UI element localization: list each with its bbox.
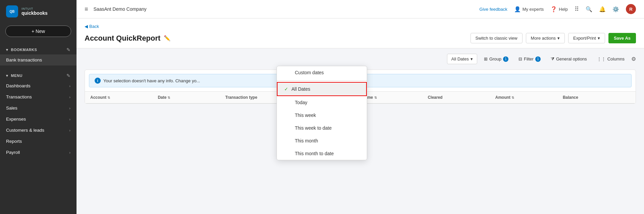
sidebar-item-payroll[interactable]: Payroll ›	[0, 147, 77, 158]
general-options-button[interactable]: ⧩ General options	[547, 54, 590, 64]
bell-icon[interactable]: 🔔	[599, 6, 606, 12]
dropdown-item-custom-dates[interactable]: Custom dates	[277, 66, 367, 79]
group-icon: ⊞	[484, 56, 488, 61]
avatar[interactable]: R	[626, 4, 636, 14]
my-experts-label: My experts	[523, 7, 544, 12]
all-dates-label: All Dates	[451, 56, 469, 61]
hamburger-icon[interactable]: ≡	[85, 6, 88, 13]
th-amount[interactable]: Amount⇅	[495, 95, 563, 100]
logo-text: intuit quickbooks	[21, 7, 48, 16]
page-header: ◀ Back Account QuickReport ✏️ Switch to …	[77, 18, 644, 48]
search-icon[interactable]: 🔍	[586, 6, 592, 12]
dropdown-item-this-week-to-date[interactable]: This week to date	[277, 122, 367, 134]
bookmarks-label: BOOKMARKS	[11, 48, 37, 52]
sort-icon: ⇅	[511, 96, 514, 99]
menu-item-label: Customers & leads	[6, 128, 44, 133]
chevron-right-icon: ›	[69, 84, 70, 88]
person-icon: 👤	[514, 6, 521, 12]
sidebar-item-sales[interactable]: Sales ›	[0, 102, 77, 114]
export-print-button[interactable]: Export/Print ▾	[568, 33, 605, 43]
filter-icon: ⊟	[518, 56, 522, 61]
help-label: Help	[559, 7, 568, 12]
sidebar-item-customers-&-leads[interactable]: Customers & leads ›	[0, 125, 77, 136]
th-cleared: Cleared	[428, 95, 495, 100]
back-label: Back	[89, 24, 99, 29]
content-area: All Dates ▾ ⊞ Group 1 ⊟ Filter 1 ⧩ Gener…	[77, 48, 644, 214]
help-nav[interactable]: ❓ Help	[550, 6, 568, 12]
bookmarks-edit-icon[interactable]: ✎	[66, 47, 70, 52]
switch-classic-button[interactable]: Switch to classic view	[470, 33, 523, 43]
new-button[interactable]: + New	[5, 26, 71, 37]
all-dates-dropdown[interactable]: All Dates ▾	[447, 54, 477, 64]
menu-edit-icon[interactable]: ✎	[66, 73, 70, 78]
main-content: ≡ SaasAnt Demo Company Give feedback 👤 M…	[77, 0, 644, 214]
quickbooks-label: quickbooks	[21, 10, 48, 16]
sort-icon: ⇅	[107, 96, 110, 99]
settings-icon[interactable]: ⚙	[631, 56, 636, 62]
dropdown-item-today[interactable]: Today	[277, 96, 367, 109]
info-icon: i	[95, 78, 101, 84]
group-button[interactable]: ⊞ Group 1	[481, 54, 512, 64]
chevron-right-icon: ›	[69, 151, 70, 155]
columns-label: Columns	[607, 56, 625, 61]
company-name: SaasAnt Demo Company	[94, 6, 147, 12]
header-actions: Switch to classic view More actions ▾ Ex…	[470, 33, 636, 43]
chevron-down-icon: ▾	[470, 56, 473, 61]
group-badge: 1	[503, 56, 508, 62]
filter-button[interactable]: ⊟ Filter 1	[515, 54, 544, 64]
menu-item-label: Payroll	[6, 150, 20, 155]
columns-button[interactable]: ⋮⋮ Columns	[594, 54, 628, 64]
sidebar: QB intuit quickbooks + New ▾ BOOKMARKS ✎…	[0, 0, 77, 214]
sidebar-item-dashboards[interactable]: Dashboards ›	[0, 80, 77, 91]
page-title: Account QuickReport ✏️	[85, 34, 170, 43]
give-feedback-link[interactable]: Give feedback	[480, 7, 507, 12]
dropdown-item-all-dates[interactable]: ✓All Dates	[277, 82, 367, 96]
dropdown-item-this-month-to-date[interactable]: This month to date	[277, 147, 367, 160]
columns-icon: ⋮⋮	[597, 56, 606, 61]
top-nav-left: ≡ SaasAnt Demo Company	[85, 6, 146, 13]
gear-icon[interactable]: ⚙️	[612, 6, 619, 12]
sort-icon: ⇅	[374, 96, 377, 99]
check-icon: ✓	[284, 86, 288, 92]
menu-header[interactable]: ▾ MENU ✎	[0, 71, 77, 80]
bookmarks-header[interactable]: ▾ BOOKMARKS ✎	[0, 45, 77, 54]
th-l-name[interactable]: l name⇅	[360, 95, 428, 100]
filter-label: Filter	[524, 56, 534, 61]
dropdown-item-this-month[interactable]: This month	[277, 134, 367, 147]
chevron-right-icon: ›	[69, 117, 70, 121]
sidebar-item-expenses[interactable]: Expenses ›	[0, 114, 77, 125]
sort-icon: ⇅	[167, 96, 170, 99]
back-button[interactable]: ◀ Back	[85, 24, 636, 29]
sidebar-item-bank-transactions[interactable]: Bank transactions	[0, 54, 77, 66]
apps-icon[interactable]: ⠿	[575, 5, 579, 13]
th-account[interactable]: Account⇅	[90, 95, 158, 100]
sidebar-item-transactions[interactable]: Transactions ›	[0, 91, 77, 102]
my-experts-nav[interactable]: 👤 My experts	[514, 6, 544, 12]
title-edit-icon[interactable]: ✏️	[164, 35, 170, 41]
save-as-button[interactable]: Save As	[608, 33, 636, 43]
menu-item-label: Transactions	[6, 94, 32, 99]
group-label: Group	[489, 56, 501, 61]
sidebar-item-reports[interactable]: Reports	[0, 136, 77, 147]
dropdown-item-this-week[interactable]: This week	[277, 109, 367, 122]
filter-badge: 1	[535, 56, 541, 62]
filter-bar: All Dates ▾ ⊞ Group 1 ⊟ Filter 1 ⧩ Gener…	[85, 54, 636, 64]
more-actions-button[interactable]: More actions ▾	[526, 33, 565, 43]
bank-transactions-label: Bank transactions	[6, 57, 42, 62]
help-icon: ❓	[550, 6, 557, 12]
intuit-logo-icon: QB	[6, 5, 18, 17]
th-balance: Balance	[563, 95, 630, 100]
chevron-down-icon: ▾	[6, 74, 8, 78]
menu-item-label: Reports	[6, 139, 22, 144]
sliders-icon: ⧩	[551, 56, 554, 62]
chevron-down-icon: ▾	[598, 36, 600, 41]
th-date[interactable]: Date⇅	[158, 95, 225, 100]
menu-item-label: Dashboards	[6, 83, 31, 88]
logo-area: QB intuit quickbooks	[0, 0, 77, 23]
top-nav: ≡ SaasAnt Demo Company Give feedback 👤 M…	[77, 0, 644, 18]
divider	[277, 80, 367, 81]
menu-label: MENU	[11, 74, 22, 78]
chevron-right-icon: ›	[69, 128, 70, 132]
chevron-down-icon: ▾	[557, 36, 560, 41]
bookmarks-section: ▾ BOOKMARKS ✎ Bank transactions	[0, 42, 77, 68]
